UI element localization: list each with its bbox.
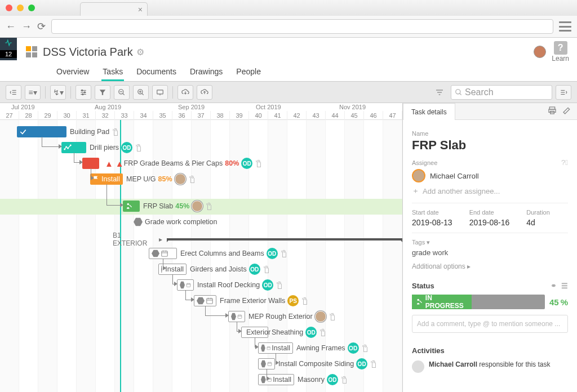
task-roof-deck[interactable]: Install Roof DeckingOD🏷: [177, 278, 284, 292]
zoom-out-icon[interactable]: [114, 85, 130, 100]
task-bar[interactable]: [258, 358, 275, 369]
assignee-avatar-chip[interactable]: [192, 201, 203, 212]
assignee-avatar-chip[interactable]: [175, 173, 186, 185]
task-bar[interactable]: [17, 126, 66, 137]
link-tool-icon[interactable]: ↯▾: [50, 85, 66, 100]
tab-tasks[interactable]: Tasks: [101, 65, 124, 81]
help-icon[interactable]: ?: [554, 41, 567, 55]
task-masonry[interactable]: InstallMasonryOD🏷: [258, 372, 349, 387]
task-bar[interactable]: [194, 295, 216, 306]
print-icon[interactable]: [548, 106, 557, 117]
project-title[interactable]: DSS Victoria Park: [43, 46, 133, 59]
close-window-icon[interactable]: [6, 5, 12, 11]
task-bar[interactable]: [228, 311, 245, 322]
assignee-chip[interactable]: OD: [327, 374, 338, 385]
activity-sidebar-tab[interactable]: 12: [0, 38, 17, 60]
url-input[interactable]: [51, 19, 553, 34]
gear-icon[interactable]: ⚙: [136, 47, 144, 57]
tag-icon[interactable]: 🏷: [205, 202, 214, 211]
tab-people[interactable]: People: [235, 65, 262, 81]
task-awning[interactable]: InstallAwning FramesOD🏷: [258, 341, 370, 355]
task-building-pad[interactable]: Building Pad🏷: [17, 124, 120, 139]
app-logo-icon[interactable]: [26, 46, 37, 57]
task-frp-beams[interactable]: ▲▲FRP Grade Beams & Pier Caps80%OD🏷: [82, 156, 263, 171]
close-tab-icon[interactable]: ×: [138, 5, 143, 14]
task-bar[interactable]: Install: [258, 342, 293, 354]
task-bar[interactable]: [123, 201, 140, 212]
assignee-chip[interactable]: PS: [287, 295, 299, 306]
minimize-window-icon[interactable]: [17, 5, 24, 11]
back-icon[interactable]: ←: [6, 21, 16, 33]
task-frp-slab[interactable]: FRP Slab45%🏷: [123, 199, 214, 213]
task-name[interactable]: FRP Slab: [412, 138, 568, 153]
assignee-chip[interactable]: OD: [121, 142, 132, 153]
assignee-chip[interactable]: OD: [305, 327, 317, 338]
task-grade-complete[interactable]: Grade work completion: [134, 215, 218, 229]
task-bar[interactable]: [149, 248, 177, 259]
cloud-download-icon[interactable]: [177, 85, 193, 100]
settings-lines-icon[interactable]: ☰: [561, 282, 568, 290]
task-ext-sheath[interactable]: ExteriorSheathingOD🏷: [241, 325, 327, 340]
tag-icon[interactable]: 🏷: [328, 313, 338, 321]
funnel-icon[interactable]: [95, 85, 110, 100]
detail-tab-details[interactable]: Task details: [403, 103, 455, 120]
outdent-icon[interactable]: [6, 85, 21, 100]
learn-link[interactable]: Learn: [552, 55, 569, 63]
progress-bar[interactable]: IN PROGRESS: [412, 295, 545, 309]
tab-documents[interactable]: Documents: [135, 65, 177, 81]
forward-icon[interactable]: →: [21, 21, 32, 33]
task-bar[interactable]: Install: [90, 173, 123, 185]
task-bar[interactable]: Exterior: [241, 327, 268, 338]
reload-icon[interactable]: ⟳: [37, 20, 46, 33]
tag-icon[interactable]: 🏷: [262, 265, 272, 274]
tag-icon[interactable]: 🏷: [134, 144, 144, 152]
tag-icon[interactable]: 🏷: [111, 128, 121, 136]
fit-screen-icon[interactable]: [152, 85, 168, 100]
assignee-chip[interactable]: OD: [267, 248, 278, 259]
tag-icon[interactable]: 🏷: [275, 281, 285, 289]
tag-icon[interactable]: 🏷: [318, 328, 328, 337]
search-input[interactable]: Search: [451, 85, 552, 100]
group-b1-exterior[interactable]: B1 EXTERIOR ▸: [113, 231, 402, 247]
start-date[interactable]: 2019-08-13: [412, 218, 452, 227]
edit-icon[interactable]: [562, 106, 571, 117]
browser-menu-icon[interactable]: [559, 21, 571, 32]
add-assignee-button[interactable]: ＋ Add another assignee...: [412, 186, 568, 196]
gantt-chart[interactable]: Jul 2019Aug 2019Sep 2019Oct 2019Nov 2019…: [0, 103, 402, 392]
assignee-chip[interactable]: OD: [249, 264, 260, 275]
assignee-chip[interactable]: OD: [348, 342, 359, 354]
tags-label[interactable]: Tags ▾: [412, 239, 568, 246]
zoom-in-icon[interactable]: [133, 85, 149, 100]
maximize-window-icon[interactable]: [28, 5, 35, 11]
task-girders[interactable]: InstallGirders and JoistsOD🏷: [158, 262, 271, 277]
people-icon[interactable]: ⚭: [551, 282, 557, 290]
filter-rows-icon[interactable]: ≡▾: [25, 85, 41, 100]
task-mep-rough[interactable]: MEP Rough Exterior🏷: [228, 309, 337, 324]
task-bar[interactable]: [177, 279, 194, 291]
duration[interactable]: 4d: [526, 218, 550, 227]
task-bar[interactable]: [82, 158, 99, 169]
end-date[interactable]: 2019-08-16: [469, 218, 510, 227]
tag-icon[interactable]: 🏷: [340, 376, 349, 384]
tag-icon[interactable]: 🏷: [369, 360, 379, 368]
assignee-chip[interactable]: OD: [241, 158, 252, 169]
tag-icon[interactable]: 🏷: [254, 159, 264, 168]
indent-icon[interactable]: [556, 85, 571, 100]
task-bar[interactable]: Install: [258, 374, 294, 385]
task-erect-columns[interactable]: Erect Columns and BeamsOD🏷: [149, 246, 288, 261]
comment-input[interactable]: Add a comment, type @ to mention someone…: [412, 315, 568, 333]
tag-value[interactable]: grade work: [412, 248, 568, 257]
sliders-icon[interactable]: [76, 85, 91, 100]
tab-drawings[interactable]: Drawings: [189, 65, 224, 81]
tag-icon[interactable]: 🏷: [300, 297, 310, 305]
additional-options[interactable]: Additional options ▸: [412, 262, 568, 270]
assignee-chip[interactable]: OD: [262, 279, 273, 291]
assignee-row[interactable]: Michael Carroll: [412, 169, 568, 182]
user-avatar[interactable]: [534, 46, 546, 58]
browser-tab[interactable]: ×: [80, 2, 148, 16]
cloud-upload-icon[interactable]: [197, 85, 212, 100]
tab-overview[interactable]: Overview: [55, 65, 90, 81]
filter-icon[interactable]: [432, 85, 447, 100]
help-circle-icon[interactable]: ?⃝: [561, 158, 568, 167]
assignee-chip[interactable]: OD: [356, 358, 367, 369]
